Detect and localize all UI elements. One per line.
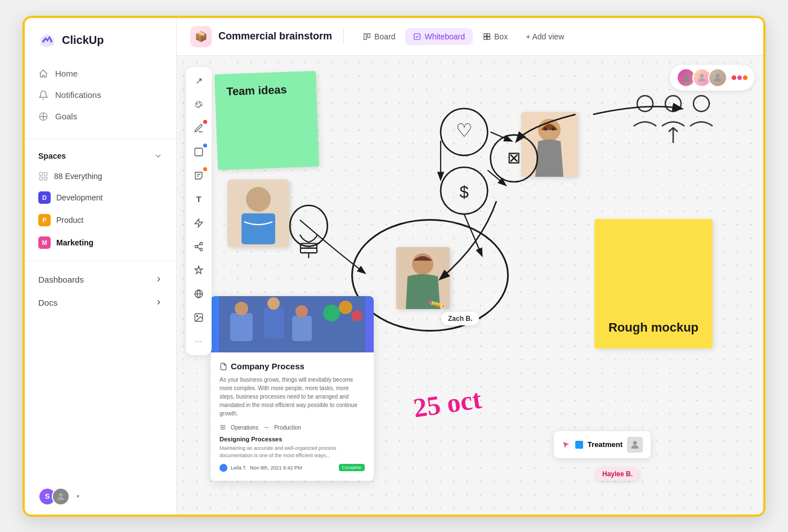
avatar-2 — [52, 488, 70, 506]
tab-whiteboard[interactable]: Whiteboard — [405, 28, 473, 45]
svg-rect-12 — [484, 37, 487, 39]
doc-sub-text: Maintaining an accurate and well-organiz… — [220, 445, 365, 459]
globe-icon — [194, 289, 204, 299]
pen-icon — [194, 123, 204, 133]
svg-point-64 — [339, 301, 352, 314]
doc-card-body: Company Process As your business grows, … — [211, 352, 374, 480]
svg-point-63 — [323, 305, 340, 321]
nav-docs[interactable]: Docs — [25, 291, 176, 314]
spaces-header[interactable]: Spaces — [25, 146, 176, 166]
flow-arrow: → — [263, 423, 270, 431]
svg-point-6 — [59, 493, 62, 497]
whiteboard-canvas[interactable]: ↗ — [177, 56, 763, 515]
name-tag-haylee: Haylee B. — [596, 467, 639, 481]
svg-point-37 — [544, 127, 547, 131]
image-icon — [194, 312, 204, 323]
nav-home[interactable]: Home — [25, 63, 176, 84]
svg-rect-9 — [414, 33, 420, 39]
svg-rect-46 — [301, 243, 317, 248]
app-container: ClickUp Home Notifications Goals Spaces — [23, 16, 765, 517]
svg-point-31 — [716, 74, 720, 78]
doc-status: Complete — [339, 464, 365, 471]
tool-palette[interactable] — [189, 95, 208, 114]
svg-point-38 — [552, 127, 555, 131]
nav-goals[interactable]: Goals — [25, 106, 176, 127]
svg-rect-18 — [195, 148, 203, 156]
tool-share[interactable] — [189, 237, 208, 256]
sticky-note-green: Team ideas — [214, 70, 319, 169]
svg-point-23 — [200, 248, 203, 251]
tool-text[interactable]: T — [189, 190, 208, 209]
svg-point-43 — [693, 96, 709, 111]
user-silhouette-icon — [56, 491, 66, 502]
svg-point-41 — [637, 96, 653, 111]
tool-image[interactable] — [189, 308, 208, 327]
svg-line-25 — [197, 244, 200, 245]
collaborators-panel — [670, 65, 754, 91]
collab-dot-orange — [743, 75, 747, 80]
add-view-button[interactable]: + Add view — [518, 28, 572, 45]
left-toolbar: ↗ — [186, 67, 212, 355]
doc-title: Company Process — [220, 361, 365, 371]
tab-box[interactable]: Box — [475, 28, 516, 45]
box-icon — [483, 33, 491, 41]
svg-rect-59 — [264, 307, 284, 338]
space-everything[interactable]: 88 Everything — [25, 166, 176, 186]
tool-pen[interactable] — [189, 119, 208, 138]
svg-point-21 — [200, 242, 203, 245]
tool-sparkle[interactable] — [189, 261, 208, 280]
tool-more[interactable]: ··· — [189, 332, 208, 351]
person-illustration-3 — [396, 247, 450, 309]
svg-point-33 — [246, 187, 271, 212]
app-name: ClickUp — [62, 34, 104, 47]
svg-point-15 — [199, 101, 200, 103]
tool-lightning[interactable] — [189, 213, 208, 233]
svg-rect-11 — [487, 33, 490, 36]
author-dot — [220, 464, 227, 472]
person-photo-3 — [396, 247, 450, 309]
sidebar-footer: S ▾ — [25, 479, 176, 515]
collab-dot-red — [732, 75, 736, 80]
svg-rect-61 — [292, 316, 312, 341]
svg-point-53 — [441, 167, 487, 213]
person-photo-1 — [227, 180, 289, 247]
svg-point-22 — [195, 245, 198, 248]
person-illustration-2 — [521, 112, 577, 177]
doc-card-header — [211, 296, 374, 352]
user-avatars: S — [38, 488, 70, 506]
sidebar: ClickUp Home Notifications Goals Spaces — [25, 18, 177, 515]
svg-point-45 — [290, 205, 328, 246]
tool-square[interactable] — [189, 142, 208, 162]
dev-badge: D — [38, 191, 51, 204]
cursor-icon — [562, 440, 571, 449]
space-product[interactable]: P Product — [25, 209, 176, 231]
person-photo-2 — [521, 112, 577, 177]
home-icon — [38, 69, 48, 79]
doc-author: Leila T. Nov 8th, 2021 6:42 PM — [220, 464, 302, 472]
space-development[interactable]: D Development — [25, 186, 176, 209]
tool-pointer[interactable]: ↗ — [189, 71, 208, 91]
logo[interactable]: ClickUp — [25, 18, 176, 59]
docs-chevron-icon — [155, 298, 163, 306]
tab-board[interactable]: Board — [355, 28, 403, 45]
svg-point-60 — [267, 297, 280, 310]
nav-section: Home Notifications Goals — [25, 59, 176, 132]
title-icon-box: 📦 — [190, 26, 212, 47]
nav-dashboards[interactable]: Dashboards — [25, 268, 176, 291]
tool-globe[interactable] — [189, 284, 208, 303]
tool-sticky[interactable] — [189, 166, 208, 185]
sparkle-icon — [194, 265, 204, 275]
svg-point-29 — [684, 74, 688, 78]
svg-point-49 — [441, 108, 487, 155]
svg-rect-10 — [484, 33, 487, 36]
people-icon-group — [628, 90, 718, 146]
svg-point-55 — [633, 441, 637, 445]
svg-text:⊠: ⊠ — [507, 148, 521, 166]
pen-dot — [203, 120, 207, 124]
collab-dot-pink — [737, 75, 742, 80]
name-tag-zach: Zach B. — [441, 312, 479, 325]
nav-notifications[interactable]: Notifications — [25, 84, 176, 106]
space-marketing[interactable]: M Marketing — [25, 231, 176, 254]
collab-user-icon-2 — [696, 72, 708, 83]
toolbar-tabs: Board Whiteboard Box + Add view — [355, 28, 572, 45]
